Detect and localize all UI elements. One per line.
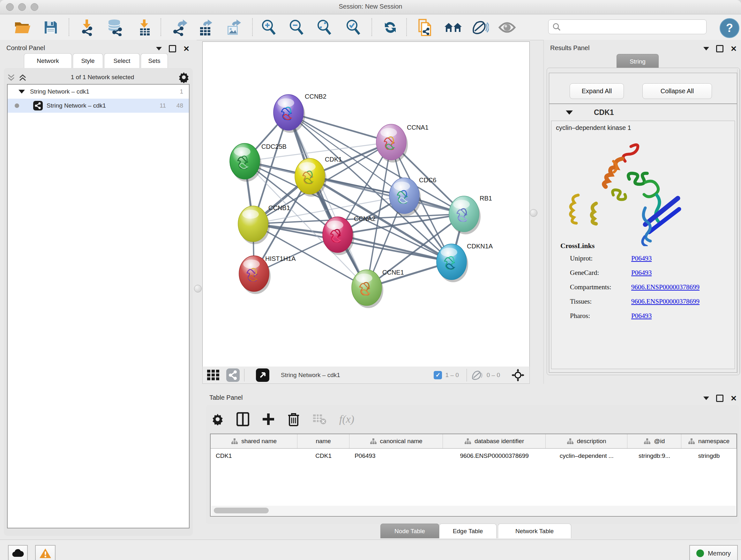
crosslink-pharos-link[interactable]: P06493	[631, 312, 652, 320]
network-options-gear-icon[interactable]	[178, 71, 190, 83]
tab-network[interactable]: Network	[24, 53, 72, 68]
tab-style[interactable]: Style	[73, 53, 103, 68]
import-network-from-file-button[interactable]	[78, 19, 95, 36]
search-field[interactable]	[548, 19, 706, 34]
cell-@id[interactable]: stringdb:9...	[627, 449, 681, 463]
node-RB1[interactable]	[449, 196, 481, 234]
export-network-button[interactable]	[171, 19, 188, 36]
table-settings-gear-icon[interactable]	[212, 413, 224, 425]
crosslink-tissues-link[interactable]: 9606.ENSP00000378699	[631, 298, 699, 306]
zoom-selected-button[interactable]	[345, 19, 362, 36]
export-table-button[interactable]	[197, 19, 214, 36]
show-columns-icon[interactable]	[237, 412, 249, 426]
collapse-all-button[interactable]: Collapse All	[643, 83, 712, 99]
gene-collapse-icon[interactable]	[566, 111, 573, 115]
crosslink-compartments-link[interactable]: 9606.ENSP00000378699	[631, 283, 699, 291]
network-canvas[interactable]: CCNB2CCNA1CDC25BCDK1CDC6RB1CCNB1CCNA2CDK…	[202, 42, 530, 367]
node-CDKN1A[interactable]	[436, 244, 468, 282]
birds-eye-view-icon[interactable]	[256, 368, 269, 382]
tab-select[interactable]: Select	[104, 53, 140, 68]
hidden-elements-icon[interactable]	[471, 370, 483, 381]
add-column-plus-icon[interactable]	[262, 413, 275, 426]
control-panel-float-icon[interactable]	[169, 45, 176, 52]
column-header-description[interactable]: description	[546, 434, 627, 448]
node-CCNA1[interactable]	[376, 124, 408, 163]
node-CDC6[interactable]	[389, 178, 421, 216]
export-image-button[interactable]	[225, 19, 242, 36]
crosslink-uniprot-link[interactable]: P06493	[631, 254, 652, 262]
cell-database-identifier[interactable]: 9606.ENSP00000378699	[443, 449, 546, 463]
tab-string[interactable]: String	[616, 54, 659, 69]
selected-nodes-checkbox[interactable]: ✓	[434, 371, 442, 379]
results-panel-float-icon[interactable]	[716, 45, 724, 52]
cell-canonical-name[interactable]: P06493	[349, 449, 443, 463]
grid-view-icon[interactable]	[207, 370, 220, 381]
table-panel-float-icon[interactable]	[716, 395, 724, 402]
pan-crosshair-icon[interactable]	[512, 369, 524, 381]
results-panel-menu-icon[interactable]	[703, 47, 709, 51]
tab-network-table[interactable]: Network Table	[498, 523, 571, 538]
tab-edge-table[interactable]: Edge Table	[439, 523, 496, 538]
node-CCNA2[interactable]	[323, 217, 354, 255]
table-row[interactable]: CDK1CDK1P064939606.ENSP00000378699cyclin…	[211, 449, 737, 463]
collapse-all-networks-icon[interactable]	[7, 74, 15, 81]
tab-sets[interactable]: Sets	[141, 53, 168, 68]
show-eye-button[interactable]	[498, 19, 516, 36]
column-header-@id[interactable]: @id	[627, 434, 681, 448]
crosslink-genecard-link[interactable]: P06493	[631, 269, 652, 277]
network-share-view-icon[interactable]	[226, 368, 240, 382]
collection-expander-icon[interactable]	[18, 90, 25, 94]
node-CCNE1[interactable]	[352, 270, 383, 308]
column-header-name[interactable]: name	[297, 434, 349, 448]
column-header-shared-name[interactable]: shared name	[211, 434, 297, 448]
expand-all-networks-icon[interactable]	[18, 74, 27, 81]
column-header-canonical-name[interactable]: canonical name	[349, 434, 443, 448]
network-graph[interactable]: CCNB2CCNA1CDC25BCDK1CDC6RB1CCNB1CCNA2CDK…	[203, 42, 529, 367]
home-button[interactable]	[445, 19, 462, 36]
node-CCNB2[interactable]	[273, 95, 305, 133]
node-table[interactable]: shared namenamecanonical namedatabase id…	[210, 434, 737, 516]
hide-glasses-button[interactable]	[472, 19, 489, 36]
column-header-database-identifier[interactable]: database identifier	[443, 434, 546, 448]
delete-column-trash-icon[interactable]	[287, 412, 300, 426]
edge-CCNB2-CCNE1[interactable]	[288, 112, 367, 288]
network-row-selected[interactable]: String Network – cdk1 11 48	[8, 99, 189, 113]
tab-node-table[interactable]: Node Table	[381, 523, 439, 538]
cell-namespace[interactable]: stringdb	[681, 449, 737, 463]
help-button[interactable]: ?	[720, 18, 739, 38]
import-network-from-database-button[interactable]	[106, 19, 124, 36]
control-panel-menu-icon[interactable]	[156, 47, 162, 51]
open-session-button[interactable]	[14, 19, 31, 36]
expand-all-button[interactable]: Expand All	[569, 83, 624, 99]
table-panel-menu-icon[interactable]	[703, 396, 709, 400]
warning-status-button[interactable]	[35, 545, 56, 560]
zoom-out-button[interactable]	[288, 19, 306, 36]
node-CCNB1[interactable]	[238, 206, 270, 244]
column-header-namespace[interactable]: namespace	[681, 434, 737, 448]
cell-description[interactable]: cyclin–dependent ...	[546, 449, 627, 463]
refresh-button[interactable]	[382, 19, 399, 36]
zoom-in-button[interactable]	[260, 19, 278, 36]
results-scrollbar-track[interactable]	[737, 69, 740, 374]
zoom-fit-button[interactable]	[316, 19, 333, 36]
cell-shared-name[interactable]: CDK1	[211, 449, 297, 463]
cloud-status-button[interactable]	[8, 545, 28, 560]
save-session-button[interactable]	[42, 19, 59, 36]
control-panel-close-icon[interactable]: ✕	[183, 46, 190, 51]
table-panel-close-icon[interactable]: ✕	[731, 395, 737, 401]
cell-name[interactable]: CDK1	[297, 449, 349, 463]
function-builder-icon[interactable]: f(x)	[339, 413, 354, 425]
network-collection-row[interactable]: String Network – cdk1 1	[8, 84, 189, 99]
right-splitter-handle[interactable]	[530, 209, 537, 217]
search-input[interactable]	[563, 23, 702, 30]
results-panel-close-icon[interactable]: ✕	[731, 46, 737, 51]
node-label-CDC6: CDC6	[419, 177, 436, 184]
import-table-from-file-button[interactable]	[136, 19, 153, 36]
left-splitter-handle[interactable]	[194, 285, 202, 293]
clone-network-button[interactable]	[417, 19, 434, 36]
namespace-tree-icon	[370, 438, 377, 444]
table-hscrollbar-track[interactable]	[211, 506, 736, 515]
table-hscrollbar-thumb[interactable]	[214, 508, 269, 513]
node-CDK1[interactable]	[295, 159, 327, 197]
memory-button[interactable]: Memory	[689, 545, 738, 560]
